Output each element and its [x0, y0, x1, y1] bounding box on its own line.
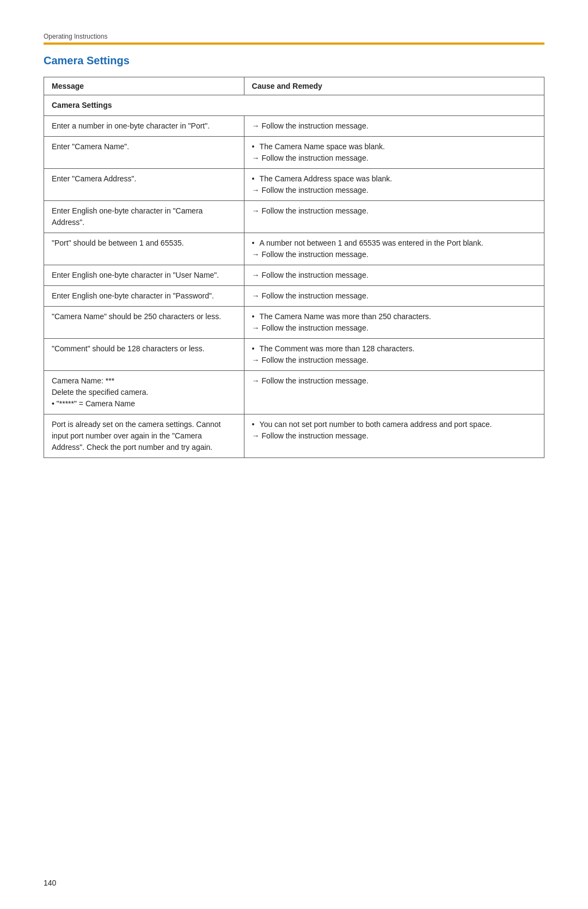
message-cell: Enter English one-byte character in "Use…: [44, 265, 244, 286]
remedy-cell: The Camera Address space was blank.→ Fol…: [244, 169, 544, 201]
section-header-cell: Camera Settings: [44, 95, 544, 116]
message-cell: Port is already set on the camera settin…: [44, 414, 244, 458]
table-row: "Port" should be between 1 and 65535.A n…: [44, 233, 544, 265]
page-number: 140: [44, 879, 56, 887]
message-cell: Enter "Camera Name".: [44, 137, 244, 169]
table-row: Port is already set on the camera settin…: [44, 414, 544, 458]
message-cell: Enter English one-byte character in "Pas…: [44, 286, 244, 307]
gold-line: [44, 42, 544, 45]
table-row: "Camera Name" should be 250 characters o…: [44, 307, 544, 339]
remedy-cell: A number not between 1 and 65535 was ent…: [244, 233, 544, 265]
table-row: Camera Name: ***Delete the specified cam…: [44, 371, 544, 414]
table-row: Enter a number in one-byte character in …: [44, 116, 544, 137]
message-cell: "Camera Name" should be 250 characters o…: [44, 307, 244, 339]
page-title: Camera Settings: [44, 54, 544, 67]
remedy-cell: → Follow the instruction message.: [244, 116, 544, 137]
remedy-cell: → Follow the instruction message.: [244, 286, 544, 307]
message-cell: Enter English one-byte character in "Cam…: [44, 201, 244, 233]
table-row: Enter English one-byte character in "Cam…: [44, 201, 544, 233]
message-cell: "Port" should be between 1 and 65535.: [44, 233, 244, 265]
message-cell: Enter a number in one-byte character in …: [44, 116, 244, 137]
message-cell: Enter "Camera Address".: [44, 169, 244, 201]
remedy-cell: The Camera Name was more than 250 charac…: [244, 307, 544, 339]
col-header-message: Message: [44, 77, 244, 95]
remedy-cell: → Follow the instruction message.: [244, 201, 544, 233]
top-label: Operating Instructions: [44, 33, 544, 40]
table-row: Enter "Camera Address".The Camera Addres…: [44, 169, 544, 201]
remedy-cell: The Comment was more than 128 characters…: [244, 339, 544, 371]
remedy-cell: → Follow the instruction message.: [244, 265, 544, 286]
col-header-remedy: Cause and Remedy: [244, 77, 544, 95]
camera-settings-table: Message Cause and Remedy Camera Settings…: [44, 77, 544, 458]
remedy-cell: You can not set port number to both came…: [244, 414, 544, 458]
section-header-row: Camera Settings: [44, 95, 544, 116]
remedy-cell: The Camera Name space was blank.→ Follow…: [244, 137, 544, 169]
table-row: Enter English one-byte character in "Use…: [44, 265, 544, 286]
table-row: Enter "Camera Name".The Camera Name spac…: [44, 137, 544, 169]
table-row: Enter English one-byte character in "Pas…: [44, 286, 544, 307]
message-cell: Camera Name: ***Delete the specified cam…: [44, 371, 244, 414]
table-row: "Comment" should be 128 characters or le…: [44, 339, 544, 371]
message-cell: "Comment" should be 128 characters or le…: [44, 339, 244, 371]
remedy-cell: → Follow the instruction message.: [244, 371, 544, 414]
